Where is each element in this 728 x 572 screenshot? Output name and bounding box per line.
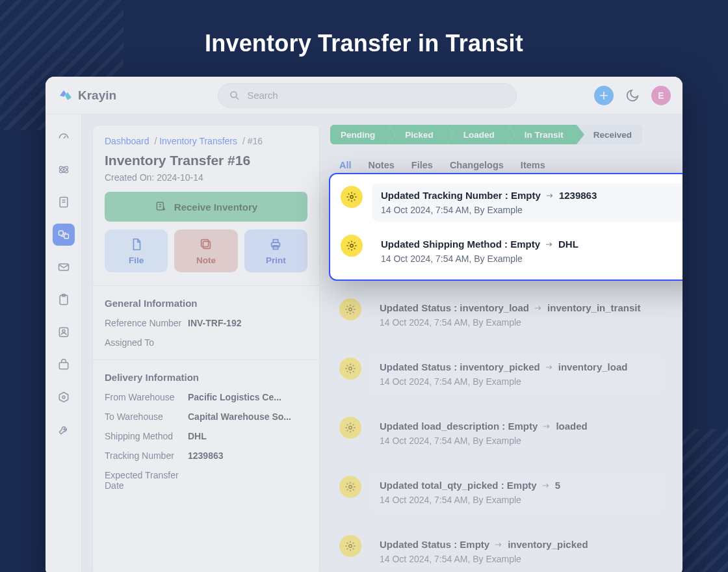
svg-rect-21 — [274, 245, 278, 249]
svg-rect-19 — [272, 242, 280, 246]
svg-rect-17 — [203, 241, 210, 248]
svg-point-26 — [349, 545, 352, 548]
feed-item[interactable]: Updated Shipping Method : EmptyDHL14 Oct… — [334, 227, 682, 276]
nav-quotes[interactable] — [53, 191, 75, 213]
assigned-to-label: Assigned To — [105, 337, 183, 348]
sidebar — [46, 114, 82, 572]
tracking-number-value: 1239863 — [188, 450, 307, 461]
breadcrumb-transfers[interactable]: Inventory Transfers — [159, 136, 237, 146]
general-heading: General Information — [105, 298, 307, 309]
shipping-method-label: Shipping Method — [105, 431, 183, 441]
svg-point-15 — [62, 396, 65, 398]
reference-number-label: Reference Number — [105, 318, 183, 328]
feed-title: Updated total_qty_picked : Empty5 — [380, 480, 654, 491]
receive-inventory-button[interactable]: Receive Inventory — [105, 192, 307, 222]
feed-meta: 14 Oct 2024, 7:54 AM, By Example — [381, 205, 682, 215]
file-icon — [129, 237, 144, 252]
note-stack-icon — [199, 237, 213, 252]
svg-point-27 — [350, 196, 354, 199]
gear-icon — [341, 186, 363, 208]
created-on: Created On: 2024-10-14 — [105, 172, 307, 183]
feed-item[interactable]: Updated total_qty_picked : Empty514 Oct … — [330, 467, 672, 518]
plus-icon — [599, 90, 609, 101]
expected-transfer-date-label: Expected Transfer Date — [105, 470, 183, 491]
print-icon — [268, 237, 283, 252]
feed-meta: 14 Oct 2024, 7:54 AM, By Example — [381, 254, 682, 264]
feed-item[interactable]: Updated Status : Emptyinventory_picked14… — [330, 526, 672, 572]
nav-products[interactable] — [53, 354, 75, 376]
feed-title: Updated Tracking Number : Empty1239863 — [381, 190, 682, 201]
receive-icon — [155, 200, 168, 213]
chip-note[interactable]: Note — [174, 229, 237, 272]
stage-received[interactable]: Received — [577, 125, 642, 144]
transfer-icon — [57, 228, 70, 241]
nav-inventory-transfers[interactable] — [53, 224, 75, 246]
from-warehouse-label: From Warehouse — [105, 392, 183, 402]
topbar: Krayin Search E — [46, 77, 682, 114]
arrow-right-icon — [544, 239, 554, 250]
svg-point-23 — [349, 367, 352, 370]
gear-icon — [339, 476, 361, 498]
atom-icon — [57, 163, 70, 176]
delivery-heading: Delivery Information — [105, 372, 307, 383]
feed-item[interactable]: Updated Status : inventory_loadinventory… — [330, 289, 672, 341]
nav-dashboard[interactable] — [53, 126, 75, 148]
mail-icon — [57, 261, 70, 274]
chip-print[interactable]: Print — [244, 229, 307, 272]
assigned-to-value — [188, 337, 307, 348]
page-title: Inventory Transfer #16 — [105, 153, 307, 168]
chip-file[interactable]: File — [105, 229, 168, 272]
reference-number-value: INV-TRF-192 — [188, 318, 307, 328]
breadcrumb-dashboard[interactable]: Dashboard — [105, 136, 150, 146]
nav-settings[interactable] — [53, 386, 75, 408]
svg-rect-16 — [157, 202, 163, 210]
feed-meta: 14 Oct 2024, 7:54 AM, By Example — [380, 376, 654, 387]
feed-title: Updated Shipping Method : EmptyDHL — [381, 239, 682, 250]
bag-icon — [57, 358, 70, 371]
gauge-icon — [57, 131, 70, 144]
feed-meta: 14 Oct 2024, 7:54 AM, By Example — [380, 317, 654, 328]
arrow-right-icon — [544, 361, 554, 372]
svg-rect-20 — [274, 239, 278, 242]
feed-item[interactable]: Updated Status : inventory_pickedinvento… — [330, 348, 672, 400]
avatar-initial: E — [658, 90, 664, 101]
arrow-right-icon — [541, 480, 551, 491]
svg-point-22 — [349, 308, 352, 311]
avatar[interactable]: E — [651, 86, 671, 105]
stage-loaded[interactable]: Loaded — [447, 125, 508, 144]
brand-icon — [57, 88, 73, 103]
stage-pending[interactable]: Pending — [330, 125, 388, 144]
contacts-icon — [57, 326, 70, 339]
stage-in-transit[interactable]: In Transit — [508, 125, 577, 144]
nav-mail[interactable] — [53, 256, 75, 278]
nav-activities[interactable] — [53, 289, 75, 311]
arrow-right-icon — [493, 539, 504, 550]
search-input[interactable]: Search — [218, 83, 517, 108]
brand[interactable]: Krayin — [57, 88, 116, 103]
shipping-method-value: DHL — [188, 431, 307, 441]
nav-leads[interactable] — [53, 159, 75, 181]
app-frame: Krayin Search E — [46, 77, 682, 572]
stage-picked[interactable]: Picked — [388, 125, 447, 144]
arrow-right-icon — [541, 421, 552, 432]
tracking-number-label: Tracking Number — [105, 450, 183, 461]
theme-toggle[interactable] — [625, 88, 640, 103]
to-warehouse-value: Capital Warehouse So... — [188, 411, 307, 422]
nav-config[interactable] — [53, 419, 75, 441]
wrench-icon — [57, 423, 70, 436]
feed-title: Updated Status : inventory_loadinventory… — [380, 302, 654, 313]
feed-item[interactable]: Updated load_description : Emptyloaded14… — [330, 408, 672, 459]
feed-item[interactable]: Updated Tracking Number : Empty123986314… — [334, 178, 682, 227]
gear-icon — [339, 535, 361, 557]
feed-meta: 14 Oct 2024, 7:54 AM, By Example — [380, 554, 654, 564]
feed-meta: 14 Oct 2024, 7:54 AM, By Example — [380, 495, 654, 505]
to-warehouse-label: To Warehouse — [105, 411, 183, 422]
add-button[interactable] — [594, 86, 614, 105]
search-icon — [229, 90, 240, 101]
svg-point-3 — [62, 168, 64, 170]
gear-icon — [339, 417, 361, 439]
svg-rect-8 — [64, 234, 68, 239]
arrow-right-icon — [545, 190, 555, 201]
nav-contacts[interactable] — [53, 321, 75, 343]
svg-rect-14 — [59, 363, 68, 369]
